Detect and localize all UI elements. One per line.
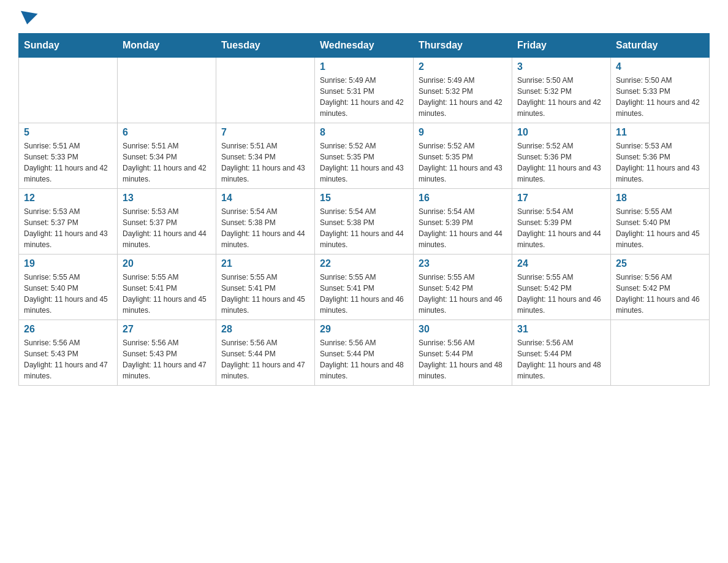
col-tuesday: Tuesday bbox=[216, 34, 315, 58]
day-number: 3 bbox=[517, 61, 605, 72]
day-number: 17 bbox=[517, 193, 605, 204]
table-row: 5Sunrise: 5:51 AMSunset: 5:33 PMDaylight… bbox=[19, 123, 118, 189]
table-row: 14Sunrise: 5:54 AMSunset: 5:38 PMDayligh… bbox=[216, 189, 315, 255]
calendar-header-row: Sunday Monday Tuesday Wednesday Thursday… bbox=[19, 34, 710, 58]
day-info: Sunrise: 5:55 AMSunset: 5:41 PMDaylight:… bbox=[320, 272, 408, 316]
table-row: 2Sunrise: 5:49 AMSunset: 5:32 PMDaylight… bbox=[414, 58, 512, 123]
table-row: 13Sunrise: 5:53 AMSunset: 5:37 PMDayligh… bbox=[118, 189, 216, 255]
day-info: Sunrise: 5:53 AMSunset: 5:37 PMDaylight:… bbox=[123, 206, 211, 250]
day-number: 25 bbox=[616, 258, 704, 269]
day-number: 19 bbox=[24, 258, 112, 269]
day-number: 26 bbox=[24, 324, 112, 335]
day-number: 4 bbox=[616, 61, 704, 72]
table-row: 8Sunrise: 5:52 AMSunset: 5:35 PMDaylight… bbox=[315, 123, 414, 189]
day-number: 21 bbox=[221, 258, 309, 269]
calendar-table: Sunday Monday Tuesday Wednesday Thursday… bbox=[18, 33, 710, 386]
day-number: 15 bbox=[320, 193, 408, 204]
day-info: Sunrise: 5:51 AMSunset: 5:34 PMDaylight:… bbox=[123, 140, 211, 185]
day-info: Sunrise: 5:55 AMSunset: 5:41 PMDaylight:… bbox=[221, 272, 309, 316]
day-info: Sunrise: 5:56 AMSunset: 5:44 PMDaylight:… bbox=[419, 337, 507, 381]
calendar-week-row: 5Sunrise: 5:51 AMSunset: 5:33 PMDaylight… bbox=[19, 123, 710, 189]
day-number: 24 bbox=[517, 258, 605, 269]
day-number: 9 bbox=[419, 127, 507, 138]
day-number: 7 bbox=[221, 127, 309, 138]
day-number: 5 bbox=[24, 127, 112, 138]
day-number: 11 bbox=[616, 127, 704, 138]
day-number: 30 bbox=[419, 324, 507, 335]
calendar-week-row: 26Sunrise: 5:56 AMSunset: 5:43 PMDayligh… bbox=[19, 320, 710, 386]
table-row: 22Sunrise: 5:55 AMSunset: 5:41 PMDayligh… bbox=[315, 255, 414, 320]
table-row: 11Sunrise: 5:53 AMSunset: 5:36 PMDayligh… bbox=[611, 123, 710, 189]
table-row: 24Sunrise: 5:55 AMSunset: 5:42 PMDayligh… bbox=[512, 255, 611, 320]
day-info: Sunrise: 5:52 AMSunset: 5:35 PMDaylight:… bbox=[320, 140, 408, 185]
calendar-week-row: 12Sunrise: 5:53 AMSunset: 5:37 PMDayligh… bbox=[19, 189, 710, 255]
table-row: 3Sunrise: 5:50 AMSunset: 5:32 PMDaylight… bbox=[512, 58, 611, 123]
page-header bbox=[18, 12, 710, 21]
table-row: 18Sunrise: 5:55 AMSunset: 5:40 PMDayligh… bbox=[611, 189, 710, 255]
table-row: 6Sunrise: 5:51 AMSunset: 5:34 PMDaylight… bbox=[118, 123, 216, 189]
day-number: 22 bbox=[320, 258, 408, 269]
table-row: 27Sunrise: 5:56 AMSunset: 5:43 PMDayligh… bbox=[118, 320, 216, 386]
day-info: Sunrise: 5:54 AMSunset: 5:38 PMDaylight:… bbox=[320, 206, 408, 250]
day-number: 27 bbox=[123, 324, 211, 335]
day-info: Sunrise: 5:50 AMSunset: 5:32 PMDaylight:… bbox=[517, 75, 605, 119]
table-row: 31Sunrise: 5:56 AMSunset: 5:44 PMDayligh… bbox=[512, 320, 611, 386]
table-row: 12Sunrise: 5:53 AMSunset: 5:37 PMDayligh… bbox=[19, 189, 118, 255]
table-row: 28Sunrise: 5:56 AMSunset: 5:44 PMDayligh… bbox=[216, 320, 315, 386]
day-number: 1 bbox=[320, 61, 408, 72]
day-number: 6 bbox=[123, 127, 211, 138]
day-info: Sunrise: 5:49 AMSunset: 5:31 PMDaylight:… bbox=[320, 75, 408, 119]
calendar-week-row: 19Sunrise: 5:55 AMSunset: 5:40 PMDayligh… bbox=[19, 255, 710, 320]
day-info: Sunrise: 5:51 AMSunset: 5:33 PMDaylight:… bbox=[24, 140, 112, 185]
day-info: Sunrise: 5:52 AMSunset: 5:35 PMDaylight:… bbox=[419, 140, 507, 185]
table-row: 21Sunrise: 5:55 AMSunset: 5:41 PMDayligh… bbox=[216, 255, 315, 320]
day-info: Sunrise: 5:56 AMSunset: 5:42 PMDaylight:… bbox=[616, 272, 704, 316]
day-info: Sunrise: 5:51 AMSunset: 5:34 PMDaylight:… bbox=[221, 140, 309, 185]
day-info: Sunrise: 5:49 AMSunset: 5:32 PMDaylight:… bbox=[419, 75, 507, 119]
table-row: 7Sunrise: 5:51 AMSunset: 5:34 PMDaylight… bbox=[216, 123, 315, 189]
col-wednesday: Wednesday bbox=[315, 34, 414, 58]
table-row: 25Sunrise: 5:56 AMSunset: 5:42 PMDayligh… bbox=[611, 255, 710, 320]
day-number: 23 bbox=[419, 258, 507, 269]
table-row: 16Sunrise: 5:54 AMSunset: 5:39 PMDayligh… bbox=[414, 189, 512, 255]
day-number: 28 bbox=[221, 324, 309, 335]
col-saturday: Saturday bbox=[611, 34, 710, 58]
table-row: 15Sunrise: 5:54 AMSunset: 5:38 PMDayligh… bbox=[315, 189, 414, 255]
day-info: Sunrise: 5:56 AMSunset: 5:43 PMDaylight:… bbox=[123, 337, 211, 381]
table-row: 10Sunrise: 5:52 AMSunset: 5:36 PMDayligh… bbox=[512, 123, 611, 189]
day-number: 10 bbox=[517, 127, 605, 138]
day-number: 8 bbox=[320, 127, 408, 138]
logo bbox=[18, 12, 38, 21]
day-info: Sunrise: 5:56 AMSunset: 5:43 PMDaylight:… bbox=[24, 337, 112, 381]
day-info: Sunrise: 5:56 AMSunset: 5:44 PMDaylight:… bbox=[517, 337, 605, 381]
table-row: 20Sunrise: 5:55 AMSunset: 5:41 PMDayligh… bbox=[118, 255, 216, 320]
table-row: 23Sunrise: 5:55 AMSunset: 5:42 PMDayligh… bbox=[414, 255, 512, 320]
day-number: 20 bbox=[123, 258, 211, 269]
table-row: 29Sunrise: 5:56 AMSunset: 5:44 PMDayligh… bbox=[315, 320, 414, 386]
table-row: 4Sunrise: 5:50 AMSunset: 5:33 PMDaylight… bbox=[611, 58, 710, 123]
day-number: 18 bbox=[616, 193, 704, 204]
table-row: 17Sunrise: 5:54 AMSunset: 5:39 PMDayligh… bbox=[512, 189, 611, 255]
day-info: Sunrise: 5:54 AMSunset: 5:39 PMDaylight:… bbox=[517, 206, 605, 250]
table-row: 30Sunrise: 5:56 AMSunset: 5:44 PMDayligh… bbox=[414, 320, 512, 386]
col-sunday: Sunday bbox=[19, 34, 118, 58]
day-number: 14 bbox=[221, 193, 309, 204]
day-info: Sunrise: 5:55 AMSunset: 5:41 PMDaylight:… bbox=[123, 272, 211, 316]
day-info: Sunrise: 5:53 AMSunset: 5:37 PMDaylight:… bbox=[24, 206, 112, 250]
table-row bbox=[216, 58, 315, 123]
day-info: Sunrise: 5:55 AMSunset: 5:40 PMDaylight:… bbox=[24, 272, 112, 316]
day-info: Sunrise: 5:55 AMSunset: 5:40 PMDaylight:… bbox=[616, 206, 704, 250]
col-friday: Friday bbox=[512, 34, 611, 58]
table-row: 19Sunrise: 5:55 AMSunset: 5:40 PMDayligh… bbox=[19, 255, 118, 320]
day-number: 31 bbox=[517, 324, 605, 335]
day-number: 2 bbox=[419, 61, 507, 72]
day-info: Sunrise: 5:56 AMSunset: 5:44 PMDaylight:… bbox=[221, 337, 309, 381]
day-info: Sunrise: 5:53 AMSunset: 5:36 PMDaylight:… bbox=[616, 140, 704, 185]
day-info: Sunrise: 5:54 AMSunset: 5:39 PMDaylight:… bbox=[419, 206, 507, 250]
logo-triangle-icon bbox=[18, 11, 37, 26]
day-info: Sunrise: 5:55 AMSunset: 5:42 PMDaylight:… bbox=[517, 272, 605, 316]
day-number: 12 bbox=[24, 193, 112, 204]
calendar-week-row: 1Sunrise: 5:49 AMSunset: 5:31 PMDaylight… bbox=[19, 58, 710, 123]
day-number: 13 bbox=[123, 193, 211, 204]
day-info: Sunrise: 5:52 AMSunset: 5:36 PMDaylight:… bbox=[517, 140, 605, 185]
